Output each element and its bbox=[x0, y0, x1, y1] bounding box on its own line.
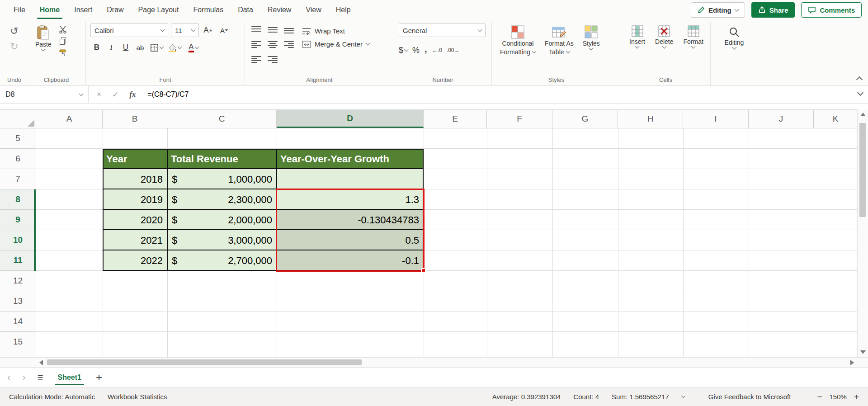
decrease-indent-button[interactable] bbox=[250, 53, 263, 66]
increase-font-size-button[interactable]: A bbox=[202, 24, 215, 37]
cell-D7[interactable] bbox=[277, 169, 424, 189]
col-header-B[interactable]: B bbox=[103, 110, 167, 128]
tab-view[interactable]: View bbox=[298, 0, 328, 20]
fill-color-button[interactable] bbox=[166, 41, 183, 54]
formula-input[interactable]: =(C8-C7)/C7 bbox=[147, 90, 189, 99]
paste-button[interactable]: Paste bbox=[32, 24, 55, 74]
cell-B6[interactable]: Year bbox=[103, 149, 167, 169]
decrease-font-size-button[interactable]: A bbox=[218, 24, 231, 37]
zoom-out-button[interactable]: − bbox=[817, 392, 822, 402]
cell-C7[interactable]: 1,000,000 bbox=[167, 169, 277, 189]
cell-styles-button[interactable]: Styles bbox=[579, 24, 604, 74]
col-header-C[interactable]: C bbox=[167, 110, 277, 128]
font-family-combo[interactable]: Calibri bbox=[90, 24, 168, 37]
tab-data[interactable]: Data bbox=[231, 0, 260, 20]
align-middle-button[interactable] bbox=[266, 24, 279, 36]
tab-file[interactable]: File bbox=[6, 0, 33, 20]
calculation-mode[interactable]: Calculation Mode: Automatic bbox=[9, 393, 95, 401]
row-header-5[interactable]: 5 bbox=[0, 128, 36, 149]
previous-sheet-icon[interactable]: ‹ bbox=[7, 372, 10, 383]
row-header-11[interactable]: 11 bbox=[0, 250, 36, 271]
bold-button[interactable]: B bbox=[90, 41, 103, 54]
row-header-14[interactable]: 14 bbox=[0, 312, 36, 332]
undo-icon[interactable]: ↺ bbox=[6, 24, 22, 39]
cell-B10[interactable]: 2021 bbox=[103, 230, 167, 250]
cell-B11[interactable]: 2022 bbox=[103, 250, 167, 271]
increase-indent-button[interactable] bbox=[266, 53, 279, 66]
tab-insert[interactable]: Insert bbox=[67, 0, 99, 20]
cell-B9[interactable]: 2020 bbox=[103, 210, 167, 230]
delete-cells-button[interactable]: Delete bbox=[651, 24, 677, 74]
row-header-12[interactable]: 12 bbox=[0, 271, 36, 291]
col-header-F[interactable]: F bbox=[487, 110, 552, 128]
cancel-icon[interactable]: × bbox=[97, 90, 101, 99]
zoom-level[interactable]: 150% bbox=[830, 393, 847, 401]
align-left-button[interactable] bbox=[250, 38, 263, 51]
horizontal-scrollbar[interactable] bbox=[0, 357, 868, 367]
cell-C10[interactable]: 3,000,000 bbox=[167, 230, 277, 250]
name-box[interactable]: D8 bbox=[0, 86, 89, 103]
col-header-E[interactable]: E bbox=[424, 110, 487, 128]
cell-B7[interactable]: 2018 bbox=[103, 169, 167, 189]
cut-icon[interactable] bbox=[59, 25, 67, 33]
sheet-grid[interactable]: Year Total Revenue Year-Over-Year Growth… bbox=[36, 128, 857, 357]
enter-icon[interactable]: ✓ bbox=[112, 90, 118, 99]
fill-handle[interactable] bbox=[421, 268, 426, 273]
increase-decimal-button[interactable]: ←.0 bbox=[432, 44, 442, 57]
cell-D6[interactable]: Year-Over-Year Growth bbox=[277, 149, 424, 169]
col-header-J[interactable]: J bbox=[749, 110, 814, 128]
format-as-table-button[interactable]: Format As Table bbox=[541, 24, 577, 74]
cell-C6[interactable]: Total Revenue bbox=[167, 149, 277, 169]
col-header-K[interactable]: K bbox=[814, 110, 857, 128]
next-sheet-icon[interactable]: › bbox=[22, 372, 25, 383]
italic-button[interactable]: I bbox=[105, 41, 118, 54]
vertical-scroll-thumb[interactable] bbox=[859, 123, 866, 217]
decrease-decimal-button[interactable]: .00→ bbox=[447, 44, 460, 57]
merge-center-button[interactable]: Merge & Center bbox=[302, 40, 369, 48]
insert-function-icon[interactable]: fx bbox=[129, 90, 136, 99]
font-size-combo[interactable]: 11 bbox=[171, 24, 199, 37]
conditional-formatting-button[interactable]: Conditional Formatting bbox=[496, 24, 539, 74]
col-header-I[interactable]: I bbox=[683, 110, 749, 128]
zoom-in-button[interactable]: + bbox=[854, 392, 859, 402]
add-sheet-button[interactable]: + bbox=[96, 371, 102, 384]
collapse-ribbon-icon[interactable] bbox=[856, 76, 863, 83]
cell-B8[interactable]: 2019 bbox=[103, 189, 167, 210]
select-all-button[interactable] bbox=[0, 110, 36, 128]
tab-page-layout[interactable]: Page Layout bbox=[131, 0, 186, 20]
underline-button[interactable]: U bbox=[119, 41, 132, 54]
number-format-combo[interactable]: General bbox=[399, 24, 486, 37]
editing-mode-button[interactable]: Editing bbox=[691, 2, 745, 18]
expand-formula-bar-icon[interactable] bbox=[857, 90, 863, 96]
feedback-link[interactable]: Give Feedback to Microsoft bbox=[708, 393, 791, 401]
wrap-text-button[interactable]: Wrap Text bbox=[302, 27, 369, 35]
col-header-G[interactable]: G bbox=[552, 110, 618, 128]
format-painter-icon[interactable] bbox=[59, 49, 67, 57]
col-header-A[interactable]: A bbox=[36, 110, 103, 128]
status-options-chevron-icon[interactable] bbox=[681, 394, 685, 398]
align-top-button[interactable] bbox=[250, 24, 263, 36]
insert-cells-button[interactable]: Insert bbox=[626, 24, 649, 74]
comments-button[interactable]: Comments bbox=[801, 2, 862, 18]
percent-format-button[interactable]: % bbox=[412, 44, 420, 57]
row-header-13[interactable]: 13 bbox=[0, 291, 36, 312]
align-right-button[interactable] bbox=[282, 38, 296, 51]
vertical-scrollbar[interactable] bbox=[857, 109, 868, 357]
workbook-statistics[interactable]: Workbook Statistics bbox=[108, 393, 167, 401]
font-color-button[interactable]: A bbox=[184, 41, 203, 54]
format-cells-button[interactable]: Format bbox=[679, 24, 707, 74]
copy-icon[interactable] bbox=[59, 37, 67, 45]
scroll-left-button[interactable] bbox=[36, 358, 46, 367]
comma-format-button[interactable]: , bbox=[424, 42, 428, 59]
sheet-tab-sheet1[interactable]: Sheet1 bbox=[55, 368, 84, 387]
borders-button[interactable] bbox=[148, 41, 165, 54]
tab-draw[interactable]: Draw bbox=[99, 0, 131, 20]
editing-menu-button[interactable]: Editing bbox=[715, 24, 753, 51]
row-header-7[interactable]: 7 bbox=[0, 169, 36, 189]
strikethrough-button[interactable]: ab bbox=[134, 41, 146, 54]
scroll-up-button[interactable] bbox=[858, 109, 868, 119]
tab-home[interactable]: Home bbox=[33, 0, 67, 20]
horizontal-scroll-thumb[interactable] bbox=[47, 359, 362, 365]
sheet-list-menu-icon[interactable]: ≡ bbox=[38, 372, 43, 383]
scroll-right-button[interactable] bbox=[847, 358, 857, 367]
